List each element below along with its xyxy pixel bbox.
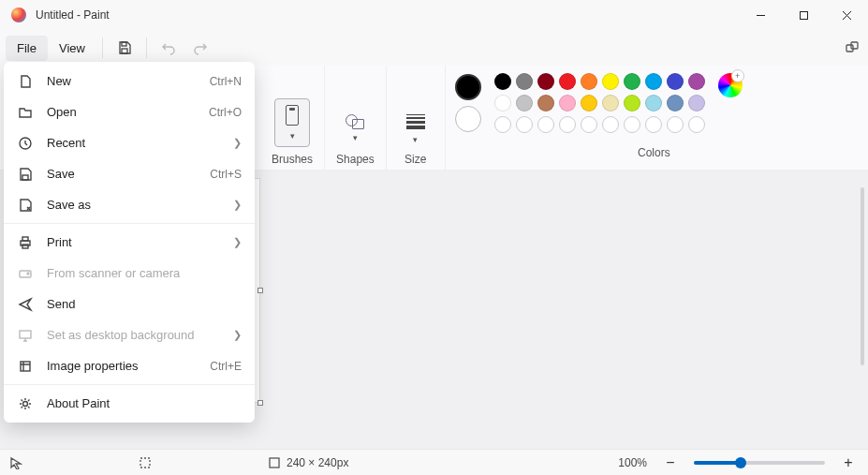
separator — [102, 37, 103, 58]
marker-icon — [286, 105, 299, 126]
menu-item-label: From scanner or camera — [47, 266, 242, 280]
menu-item-save[interactable]: SaveCtrl+S — [4, 158, 255, 189]
svg-rect-1 — [800, 11, 807, 19]
color-swatch[interactable] — [537, 73, 554, 90]
shapes-button[interactable]: ▾ — [337, 110, 373, 147]
color-swatch[interactable] — [667, 73, 684, 90]
menu-file[interactable]: File — [6, 36, 48, 61]
color-swatch[interactable] — [581, 73, 597, 90]
color-swatch[interactable] — [688, 95, 705, 111]
print-icon — [17, 235, 34, 250]
color-swatch-empty[interactable] — [624, 116, 640, 133]
desktop-icon — [17, 328, 34, 343]
chevron-down-icon: ▾ — [290, 131, 295, 141]
menu-item-new[interactable]: NewCtrl+N — [4, 66, 255, 96]
color-swatch[interactable] — [602, 73, 619, 90]
foreground-color[interactable] — [455, 74, 481, 100]
menu-item-image-properties[interactable]: Image propertiesCtrl+E — [4, 350, 255, 381]
save-icon — [17, 167, 34, 182]
color-swatch[interactable] — [581, 95, 597, 111]
color-swatch[interactable] — [559, 73, 576, 90]
thickness-icon — [406, 112, 425, 131]
color-swatch[interactable] — [667, 95, 684, 111]
color-swatch-empty[interactable] — [688, 116, 705, 133]
color-swatch-empty[interactable] — [537, 116, 554, 133]
redo-button[interactable] — [184, 34, 216, 62]
props-icon — [17, 359, 34, 374]
save-button[interactable] — [109, 34, 140, 62]
menu-item-label: Open — [47, 105, 196, 119]
menu-separator — [4, 384, 255, 385]
color-swatch[interactable] — [516, 73, 533, 90]
chevron-right-icon: ❯ — [233, 137, 242, 149]
background-color[interactable] — [455, 106, 481, 132]
shapes-icon — [346, 114, 364, 129]
color-swatch-empty[interactable] — [602, 116, 619, 133]
undo-button[interactable] — [153, 34, 184, 62]
color-swatch[interactable] — [559, 95, 576, 111]
separator — [146, 37, 147, 58]
canvas-size: 240 × 240px — [268, 456, 348, 469]
color-swatch[interactable] — [624, 73, 640, 90]
color-swatch[interactable] — [645, 95, 662, 111]
menu-item-save-as[interactable]: Save as❯ — [4, 189, 255, 220]
color-swatch[interactable] — [645, 73, 662, 90]
color-swatch[interactable] — [494, 73, 511, 90]
menu-item-recent[interactable]: Recent❯ — [4, 127, 255, 158]
zoom-out-button[interactable]: − — [660, 453, 681, 473]
shapes-label: Shapes — [336, 153, 375, 166]
menu-item-open[interactable]: OpenCtrl+O — [4, 96, 255, 127]
color-swatch[interactable] — [602, 95, 619, 111]
color-swatch[interactable] — [516, 95, 533, 111]
clock-icon — [17, 136, 34, 151]
app-icon — [11, 7, 26, 22]
color-swatch-empty[interactable] — [581, 116, 597, 133]
status-bar: 240 × 240px 100% − + — [0, 449, 868, 475]
color-swatch-empty[interactable] — [559, 116, 576, 133]
svg-rect-9 — [270, 458, 279, 468]
menu-item-about-paint[interactable]: About Paint — [4, 388, 255, 419]
color-swatch-empty[interactable] — [667, 116, 684, 133]
zoom-slider[interactable] — [694, 461, 825, 465]
color-swatch[interactable] — [494, 95, 511, 111]
menu-item-label: Print — [47, 235, 220, 249]
svg-rect-18 — [21, 362, 30, 371]
svg-rect-11 — [22, 175, 28, 180]
color-swatch[interactable] — [624, 95, 640, 111]
menu-view[interactable]: View — [48, 36, 96, 61]
cursor-position — [9, 456, 22, 469]
resize-handle[interactable] — [257, 400, 263, 406]
color-swatch[interactable] — [688, 73, 705, 90]
size-label: Size — [405, 153, 426, 166]
color-swatch-empty[interactable] — [494, 116, 511, 133]
menu-item-send[interactable]: Send — [4, 289, 255, 319]
menu-item-label: Save as — [47, 198, 220, 212]
file-menu-dropdown: NewCtrl+NOpenCtrl+ORecent❯SaveCtrl+SSave… — [4, 62, 255, 423]
chevron-down-icon: ▾ — [413, 135, 418, 144]
chevron-down-icon: ▾ — [353, 133, 358, 142]
zoom-in-button[interactable]: + — [838, 453, 859, 473]
maximize-button[interactable] — [782, 0, 825, 30]
saveas-icon — [17, 198, 34, 213]
size-button[interactable]: ▾ — [398, 110, 434, 147]
folder-icon — [17, 105, 34, 120]
menu-shortcut: Ctrl+E — [210, 360, 242, 373]
resize-handle[interactable] — [257, 288, 263, 293]
vertical-scrollbar[interactable] — [861, 187, 864, 365]
settings-icon[interactable] — [836, 34, 868, 62]
color-swatch-empty[interactable] — [516, 116, 533, 133]
chevron-right-icon: ❯ — [233, 199, 242, 211]
brushes-button[interactable]: ▾ — [274, 98, 310, 147]
close-button[interactable] — [825, 0, 868, 30]
menu-item-label: Save — [47, 167, 197, 181]
menu-item-print[interactable]: Print❯ — [4, 227, 255, 258]
brushes-label: Brushes — [272, 153, 313, 166]
color-swatch[interactable] — [537, 95, 554, 111]
edit-colors-button[interactable] — [718, 73, 743, 97]
minimize-button[interactable] — [739, 0, 782, 30]
menu-item-label: New — [47, 74, 197, 88]
svg-rect-5 — [122, 49, 127, 53]
svg-rect-4 — [122, 42, 126, 46]
color-swatch-empty[interactable] — [645, 116, 662, 133]
zoom-thumb[interactable] — [735, 457, 746, 468]
